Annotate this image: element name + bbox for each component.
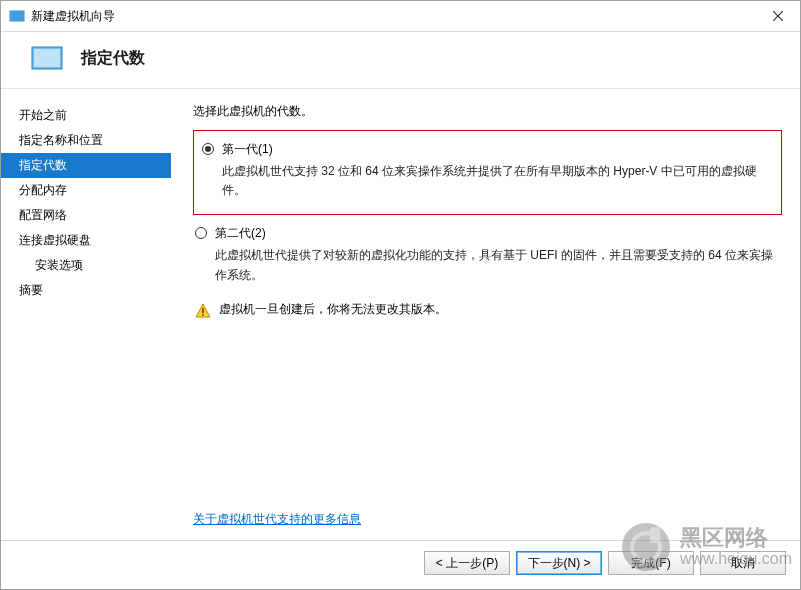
wizard-steps-sidebar: 开始之前 指定名称和位置 指定代数 分配内存 配置网络 连接虚拟硬盘 安装选项 … — [1, 89, 171, 540]
step-connect-vhd[interactable]: 连接虚拟硬盘 — [1, 228, 171, 253]
gen2-label[interactable]: 第二代(2) — [215, 225, 266, 242]
app-icon — [9, 8, 25, 24]
svg-rect-7 — [202, 308, 204, 313]
svg-rect-0 — [10, 11, 24, 21]
close-icon — [773, 11, 783, 21]
gen2-option-row: 第二代(2) — [193, 225, 782, 242]
generation-prompt: 选择此虚拟机的代数。 — [193, 103, 782, 120]
gen2-radio[interactable] — [195, 227, 207, 242]
warning-text: 虚拟机一旦创建后，你将无法更改其版本。 — [219, 301, 447, 318]
page-title: 指定代数 — [81, 48, 145, 69]
step-install-options[interactable]: 安装选项 — [1, 253, 171, 278]
wizard-footer: < 上一步(P) 下一步(N) > 完成(F) 取消 — [1, 540, 800, 589]
gen1-option-row: 第一代(1) — [200, 141, 775, 158]
spacer — [193, 319, 782, 511]
svg-rect-5 — [34, 49, 60, 67]
step-summary[interactable]: 摘要 — [1, 278, 171, 303]
more-info-link[interactable]: 关于虚拟机世代支持的更多信息 — [193, 511, 782, 528]
cancel-button[interactable]: 取消 — [700, 551, 786, 575]
gen2-option-group: 第二代(2) 此虚拟机世代提供了对较新的虚拟化功能的支持，具有基于 UEFI 的… — [193, 221, 782, 290]
next-button[interactable]: 下一步(N) > — [516, 551, 602, 575]
gen1-description: 此虚拟机世代支持 32 位和 64 位来宾操作系统并提供了在所有早期版本的 Hy… — [222, 162, 775, 200]
warning-row: 虚拟机一旦创建后，你将无法更改其版本。 — [193, 301, 782, 319]
gen2-description: 此虚拟机世代提供了对较新的虚拟化功能的支持，具有基于 UEFI 的固件，并且需要… — [215, 246, 782, 284]
header-icon — [31, 46, 63, 70]
step-name-location[interactable]: 指定名称和位置 — [1, 128, 171, 153]
gen1-label[interactable]: 第一代(1) — [222, 141, 273, 158]
title-bar: 新建虚拟机向导 — [1, 1, 800, 32]
svg-rect-8 — [202, 314, 204, 316]
step-assign-memory[interactable]: 分配内存 — [1, 178, 171, 203]
gen1-radio[interactable] — [202, 143, 214, 158]
close-button[interactable] — [755, 1, 800, 31]
step-configure-network[interactable]: 配置网络 — [1, 203, 171, 228]
gen1-highlight-box: 第一代(1) 此虚拟机世代支持 32 位和 64 位来宾操作系统并提供了在所有早… — [193, 130, 782, 215]
window-title: 新建虚拟机向导 — [31, 8, 755, 25]
previous-button[interactable]: < 上一步(P) — [424, 551, 510, 575]
wizard-body: 开始之前 指定名称和位置 指定代数 分配内存 配置网络 连接虚拟硬盘 安装选项 … — [1, 89, 800, 540]
wizard-header: 指定代数 — [1, 32, 800, 89]
finish-button[interactable]: 完成(F) — [608, 551, 694, 575]
warning-icon — [195, 303, 211, 319]
step-before-begin[interactable]: 开始之前 — [1, 103, 171, 128]
wizard-main-panel: 选择此虚拟机的代数。 第一代(1) 此虚拟机世代支持 32 位和 64 位来宾操… — [171, 89, 800, 540]
wizard-window: 新建虚拟机向导 指定代数 开始之前 指定名称和位置 指定代数 分配内存 配置网络… — [0, 0, 801, 590]
step-specify-generation[interactable]: 指定代数 — [1, 153, 171, 178]
